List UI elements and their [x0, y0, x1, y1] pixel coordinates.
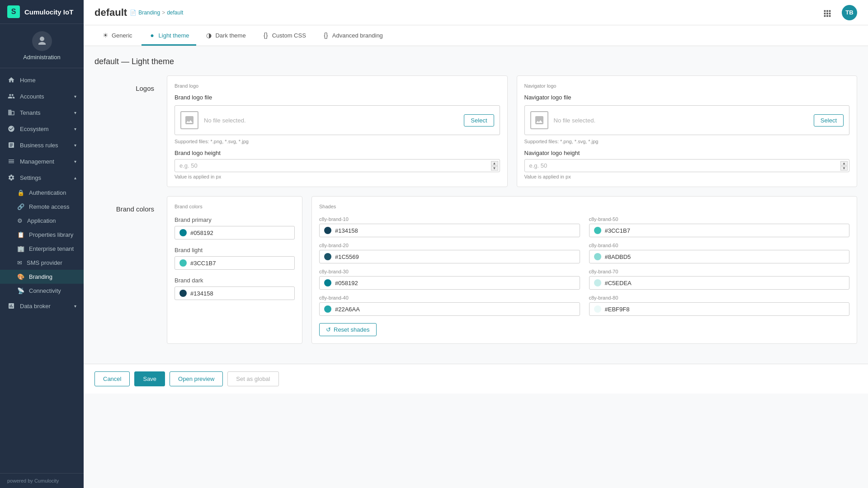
sidebar-item-settings[interactable]: Settings ▴	[0, 169, 84, 186]
sidebar-sub-connectivity[interactable]: 📡 Connectivity	[0, 284, 84, 298]
sidebar-item-ecosystem[interactable]: Ecosystem ▾	[0, 121, 84, 137]
shade-label-7: c8y-brand-80	[589, 295, 850, 300]
reset-shades-button[interactable]: ↺ Reset shades	[319, 323, 377, 336]
shade-input-wrap-6[interactable]	[319, 302, 580, 316]
sidebar-sub-sms[interactable]: ✉ SMS provider	[0, 256, 84, 270]
open-preview-button[interactable]: Open preview	[170, 371, 223, 386]
tab-advanced-label: Advanced branding	[332, 32, 383, 39]
brand-light-dot	[179, 259, 187, 267]
tenants-chevron: ▾	[74, 110, 76, 115]
shade-input-wrap-3[interactable]	[589, 250, 850, 263]
breadcrumb-link[interactable]: Branding	[138, 9, 160, 16]
navigator-logo-height-label: Navigator logo height	[524, 150, 850, 156]
sidebar-item-business-rules[interactable]: Business rules ▾	[0, 137, 84, 153]
grid-menu-button[interactable]	[820, 5, 835, 20]
shade-input-1[interactable]	[605, 227, 845, 234]
brand-primary-input[interactable]	[190, 230, 290, 236]
shade-input-wrap-2[interactable]	[319, 250, 580, 263]
reset-icon: ↺	[326, 326, 331, 333]
sidebar-sub-application[interactable]: ⚙ Application	[0, 214, 84, 228]
shade-label-3: c8y-brand-60	[589, 243, 850, 248]
shade-input-wrap-0[interactable]	[319, 224, 580, 237]
tab-generic[interactable]: ☀ Generic	[94, 25, 140, 46]
brand-light-input[interactable]	[190, 260, 290, 267]
settings-icon	[7, 174, 15, 182]
tab-css-icon: {}	[262, 32, 269, 39]
brand-dark-field: Brand dark	[175, 277, 295, 300]
brand-logo-height-input[interactable]	[175, 159, 500, 172]
sidebar-sub-remote-access[interactable]: 🔗 Remote access	[0, 200, 84, 214]
navigator-logo-px-note: Value is applied in px	[524, 174, 850, 179]
brand-logo-height-down[interactable]: ▼	[491, 166, 498, 170]
sms-label: SMS provider	[27, 259, 62, 266]
shade-dot-4	[324, 279, 331, 286]
set-as-global-button[interactable]: Set as global	[227, 371, 278, 386]
tab-dark-theme[interactable]: ◑ Dark theme	[198, 25, 253, 46]
shade-input-5[interactable]	[605, 280, 845, 286]
brand-logo-no-file: No file selected.	[204, 117, 246, 124]
sidebar-sub-properties[interactable]: 📋 Properties library	[0, 228, 84, 242]
shades-grid: c8y-brand-10 c8y-brand-50 c8y-brand-20 c…	[319, 216, 849, 316]
sidebar-item-accounts[interactable]: Accounts ▾	[0, 88, 84, 104]
shade-input-6[interactable]	[335, 306, 575, 313]
brand-logo-height-up[interactable]: ▲	[491, 161, 498, 165]
tab-advanced-branding[interactable]: {} Advanced branding	[315, 25, 390, 46]
brand-logo-panel-title: Brand logo	[175, 83, 500, 89]
user-avatar[interactable]: TB	[842, 5, 857, 20]
tab-light-theme[interactable]: ● Light theme	[142, 25, 197, 46]
brand-logo-select-button[interactable]: Select	[464, 114, 494, 127]
shade-label-4: c8y-brand-30	[319, 269, 580, 274]
shade-input-7[interactable]	[605, 306, 845, 313]
sidebar-sub-enterprise[interactable]: 🏢 Enterprise tenant	[0, 242, 84, 256]
shade-input-wrap-5[interactable]	[589, 276, 850, 290]
brand-logo-supported: Supported files: *.png, *.svg, *.jpg	[175, 139, 500, 144]
shade-input-wrap-4[interactable]	[319, 276, 580, 290]
navigator-logo-select-button[interactable]: Select	[814, 114, 844, 127]
sidebar-sub-authentication[interactable]: 🔒 Authentication	[0, 186, 84, 200]
brand-logo-panel: Brand logo Brand logo file No file selec…	[167, 75, 508, 187]
brand-dark-input-wrap[interactable]	[175, 286, 295, 300]
props-label: Properties library	[29, 231, 73, 238]
sidebar-management-label: Management	[20, 158, 54, 165]
settings-chevron: ▴	[74, 175, 76, 180]
app-title: Cumulocity IoT	[24, 8, 73, 16]
reset-shades-label: Reset shades	[334, 326, 370, 333]
navigator-logo-height-down[interactable]: ▼	[840, 166, 848, 170]
remote-icon: 🔗	[17, 203, 24, 210]
shade-dot-0	[324, 227, 331, 234]
navigator-logo-height-up[interactable]: ▲	[840, 161, 848, 165]
brand-primary-label: Brand primary	[175, 216, 295, 223]
tab-custom-css[interactable]: {} Custom CSS	[255, 25, 313, 46]
save-button[interactable]: Save	[134, 371, 165, 386]
navigator-logo-upload-area: No file selected. Select	[524, 105, 850, 135]
navigator-logo-height-input[interactable]	[524, 159, 850, 172]
sidebar-item-tenants[interactable]: Tenants ▾	[0, 104, 84, 121]
brand-logo-height-spinners: ▲ ▼	[491, 161, 498, 170]
shade-input-0[interactable]	[335, 227, 575, 234]
sidebar-header: S Cumulocity IoT	[0, 0, 84, 24]
shade-input-wrap-7[interactable]	[589, 302, 850, 316]
shade-input-2[interactable]	[335, 253, 575, 260]
app-nav-label: Application	[27, 217, 56, 224]
brand-dark-input[interactable]	[190, 290, 290, 297]
brand-light-input-wrap[interactable]	[175, 256, 295, 270]
brand-colors-content: Brand colors Brand primary Brand light	[167, 196, 857, 344]
cancel-button[interactable]: Cancel	[94, 371, 130, 386]
shade-input-4[interactable]	[335, 280, 575, 286]
shade-input-3[interactable]	[605, 253, 845, 260]
colors-panel-title: Brand colors	[175, 204, 295, 209]
topbar-right: TB	[820, 5, 857, 20]
shade-input-wrap-1[interactable]	[589, 224, 850, 237]
sidebar-item-home[interactable]: Home	[0, 72, 84, 88]
brand-primary-input-wrap[interactable]	[175, 226, 295, 239]
sidebar-tenants-label: Tenants	[20, 109, 41, 116]
navigator-logo-height-input-wrap: ▲ ▼	[524, 159, 850, 172]
navigator-logo-upload-left: No file selected.	[530, 111, 596, 129]
brand-dark-label: Brand dark	[175, 277, 295, 284]
data-broker-icon	[7, 302, 15, 310]
sidebar-sub-branding[interactable]: 🎨 Branding	[0, 270, 84, 284]
sidebar-item-data-broker[interactable]: Data broker ▾	[0, 298, 84, 314]
admin-label: Administration	[23, 54, 60, 61]
sidebar-item-management[interactable]: Management ▾	[0, 153, 84, 169]
shade-label-1: c8y-brand-50	[589, 216, 850, 222]
